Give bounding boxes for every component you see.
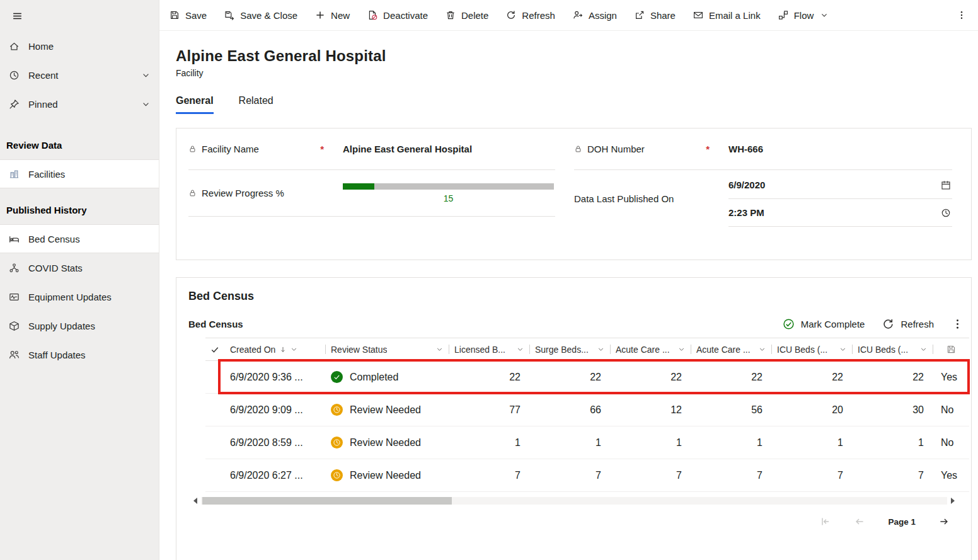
column-header-acute-care-1[interactable]: Acute Care ... [610, 338, 691, 360]
refresh-button[interactable]: Refresh [497, 2, 564, 28]
grid-overflow-button[interactable] [952, 318, 964, 330]
data-last-published-label: Data Last Published On [574, 190, 728, 209]
assign-icon [573, 10, 583, 20]
sidebar-item-equipment-updates[interactable]: Equipment Updates [0, 282, 159, 311]
required-asterisk: * [706, 144, 710, 154]
facility-name-value[interactable]: Alpine East General Hospital [343, 144, 472, 154]
column-header-licensed-beds[interactable]: Licensed B... [449, 338, 529, 360]
chevron-down-icon[interactable] [839, 346, 846, 353]
sidebar-item-covid-stats[interactable]: COVID Stats [0, 253, 159, 282]
check-circle-icon [783, 318, 795, 330]
grid-refresh-button[interactable]: Refresh [882, 318, 934, 330]
check-icon [210, 345, 219, 354]
column-header-created-on[interactable]: Created On [224, 338, 325, 360]
trash-icon [446, 10, 456, 20]
column-header-flag[interactable] [933, 338, 969, 360]
cell-created-on[interactable]: 6/9/2020 9:36 ... [224, 372, 325, 383]
sidebar-item-label: Facilities [28, 169, 150, 180]
column-header-acute-care-2[interactable]: Acute Care ... [691, 338, 771, 360]
select-all-column-header[interactable] [205, 338, 224, 360]
assign-button[interactable]: Assign [564, 2, 626, 28]
flow-label: Flow [794, 10, 814, 21]
command-overflow-button[interactable] [950, 2, 973, 28]
date-input[interactable]: 6/9/2020 [728, 171, 952, 199]
table-row[interactable]: 6/9/2020 9:09 ... Review Needed 77 66 12… [205, 394, 969, 426]
sort-descending-icon [279, 346, 287, 353]
sidebar-nav: Home Recent Pinned Review Data Facilitie… [0, 31, 159, 369]
sidebar-item-recent[interactable]: Recent [0, 60, 159, 89]
vertical-dots-icon [957, 10, 967, 20]
column-header-icu-beds-1[interactable]: ICU Beds (... [771, 338, 852, 360]
save-button[interactable]: Save [161, 2, 216, 28]
clock-icon[interactable] [941, 208, 951, 218]
tab-related[interactable]: Related [239, 95, 273, 114]
floppy-icon [946, 345, 956, 354]
table-row[interactable]: 6/9/2020 6:27 ... Review Needed 7 7 7 7 … [205, 459, 969, 492]
sidebar-item-staff-updates[interactable]: Staff Updates [0, 340, 159, 369]
save-and-close-button[interactable]: Save & Close [216, 2, 306, 28]
cell-number: 22 [691, 372, 771, 383]
chevron-down-icon[interactable] [920, 346, 927, 353]
sidebar: Home Recent Pinned Review Data Facilitie… [0, 0, 159, 560]
chevron-down-icon[interactable] [142, 71, 150, 79]
first-page-button [820, 516, 831, 527]
flow-button[interactable]: Flow [769, 2, 837, 28]
review-progress-bar: 15 [343, 183, 555, 203]
assign-label: Assign [589, 10, 617, 21]
chevron-down-icon[interactable] [517, 346, 524, 353]
next-page-button[interactable] [938, 516, 950, 527]
arrow-left-icon [854, 516, 865, 527]
scrollbar-thumb[interactable] [202, 497, 452, 505]
column-header-surge-beds[interactable]: Surge Beds... [529, 338, 610, 360]
cell-number: 77 [449, 404, 529, 416]
field-doh-number: DOH Number * WH-666 [574, 129, 952, 170]
chevron-down-icon[interactable] [291, 346, 297, 353]
sidebar-item-home[interactable]: Home [0, 31, 159, 60]
sidebar-group-review-data: Review Data [0, 140, 159, 151]
time-input[interactable]: 2:23 PM [728, 199, 952, 227]
cell-number: 1 [771, 437, 852, 449]
facility-name-label-group: Facility Name * [188, 144, 343, 154]
cell-created-on[interactable]: 6/9/2020 8:59 ... [224, 437, 325, 449]
mark-complete-button[interactable]: Mark Complete [783, 318, 865, 330]
sidebar-item-bed-census[interactable]: Bed Census [0, 224, 159, 253]
cell-number: 7 [691, 470, 771, 481]
share-button[interactable]: Share [626, 2, 684, 28]
cell-created-on[interactable]: 6/9/2020 9:09 ... [224, 404, 325, 416]
lock-icon [574, 145, 582, 153]
triangle-right-icon [951, 498, 955, 504]
scroll-right-button[interactable] [948, 496, 957, 505]
table-row[interactable]: 6/9/2020 8:59 ... Review Needed 1 1 1 1 … [205, 426, 969, 459]
sidebar-item-label: Home [28, 41, 150, 52]
chevron-down-icon[interactable] [597, 346, 604, 353]
new-button[interactable]: New [306, 2, 359, 28]
time-value[interactable]: 2:23 PM [728, 207, 764, 218]
delete-button[interactable]: Delete [437, 2, 497, 28]
deactivate-button[interactable]: Deactivate [359, 2, 437, 28]
datetime-stack: 6/9/2020 2:23 PM [728, 171, 952, 227]
chevron-down-icon[interactable] [678, 346, 685, 353]
column-header-review-status[interactable]: Review Status [325, 338, 449, 360]
column-header-icu-beds-2[interactable]: ICU Beds (... [852, 338, 933, 360]
cell-created-on[interactable]: 6/9/2020 6:27 ... [224, 470, 325, 481]
home-icon [9, 41, 20, 52]
calendar-icon[interactable] [941, 180, 951, 190]
date-value[interactable]: 6/9/2020 [728, 180, 765, 190]
sidebar-item-pinned[interactable]: Pinned [0, 89, 159, 118]
command-bar: Save Save & Close New Deactivate Delete … [159, 0, 978, 31]
table-row[interactable]: 6/9/2020 9:36 ... Completed 22 22 22 22 … [205, 361, 969, 394]
chevron-down-icon[interactable] [142, 100, 150, 108]
chevron-down-icon[interactable] [759, 346, 766, 353]
cell-number: 7 [852, 470, 933, 481]
save-label: Save [185, 10, 207, 21]
hamburger-menu-button[interactable] [6, 5, 28, 26]
sidebar-item-supply-updates[interactable]: Supply Updates [0, 311, 159, 340]
sidebar-item-label: Bed Census [28, 234, 150, 244]
sidebar-item-facilities[interactable]: Facilities [0, 159, 159, 188]
sidebar-item-label: Equipment Updates [28, 292, 150, 302]
chevron-down-icon[interactable] [436, 346, 443, 353]
tab-general[interactable]: General [176, 95, 214, 114]
scroll-left-button[interactable] [191, 496, 200, 505]
doh-number-value[interactable]: WH-666 [728, 144, 763, 154]
email-a-link-button[interactable]: Email a Link [684, 2, 769, 28]
